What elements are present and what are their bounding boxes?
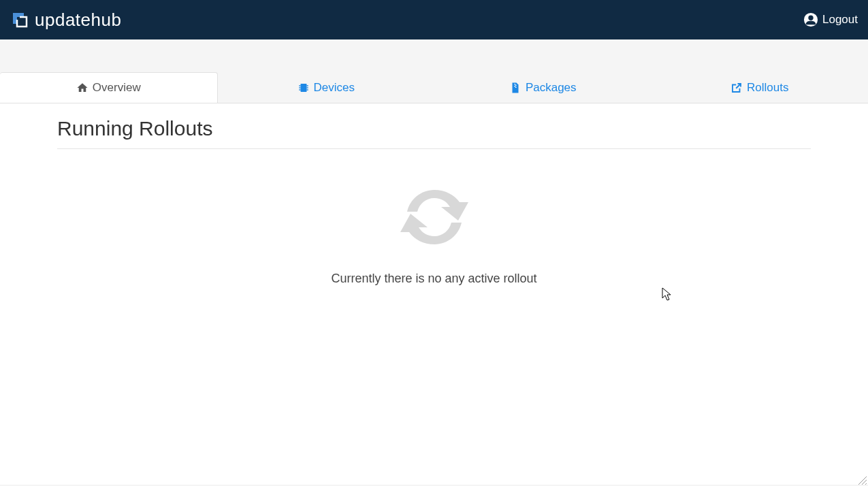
main-content: Running Rollouts Currently there is no a…: [0, 103, 868, 485]
svg-rect-6: [306, 85, 308, 86]
brand-name-part1: update: [35, 10, 91, 30]
brand-name-part2: hub: [91, 10, 122, 30]
svg-rect-10: [515, 84, 517, 86]
tab-packages-label: Packages: [526, 81, 577, 95]
tab-devices[interactable]: Devices: [218, 72, 435, 103]
svg-rect-9: [514, 84, 515, 85]
tab-rollouts[interactable]: Rollouts: [652, 72, 869, 103]
sync-icon: [393, 183, 475, 251]
tab-overview-label: Overview: [93, 81, 141, 95]
logout-button[interactable]: Logout: [803, 12, 858, 27]
svg-rect-4: [299, 87, 300, 88]
microchip-icon: [298, 82, 310, 94]
tab-overview[interactable]: Overview: [0, 72, 218, 103]
svg-rect-3: [299, 85, 300, 86]
brand-name: updatehub: [35, 10, 121, 31]
svg-rect-11: [514, 86, 515, 87]
svg-rect-5: [299, 89, 300, 91]
svg-rect-12: [515, 86, 517, 88]
svg-point-1: [808, 16, 813, 20]
page-title: Running Rollouts: [57, 117, 811, 149]
user-circle-icon: [803, 12, 818, 27]
svg-rect-7: [306, 87, 308, 88]
svg-rect-8: [306, 89, 308, 91]
tab-devices-label: Devices: [314, 81, 355, 95]
app-header: updatehub Logout: [0, 0, 868, 39]
home-icon: [76, 82, 89, 94]
main-tabs: Overview Devices Package: [0, 72, 868, 103]
file-archive-icon: [509, 82, 521, 94]
logo-icon: [10, 10, 29, 29]
tab-packages[interactable]: Packages: [434, 72, 652, 103]
tab-rollouts-label: Rollouts: [747, 81, 788, 95]
svg-rect-2: [300, 84, 306, 92]
external-link-icon: [730, 82, 743, 94]
empty-message: Currently there is no any active rollout: [331, 272, 536, 286]
logout-label: Logout: [822, 13, 858, 27]
brand-logo[interactable]: updatehub: [10, 10, 121, 31]
empty-state: Currently there is no any active rollout: [57, 169, 811, 286]
